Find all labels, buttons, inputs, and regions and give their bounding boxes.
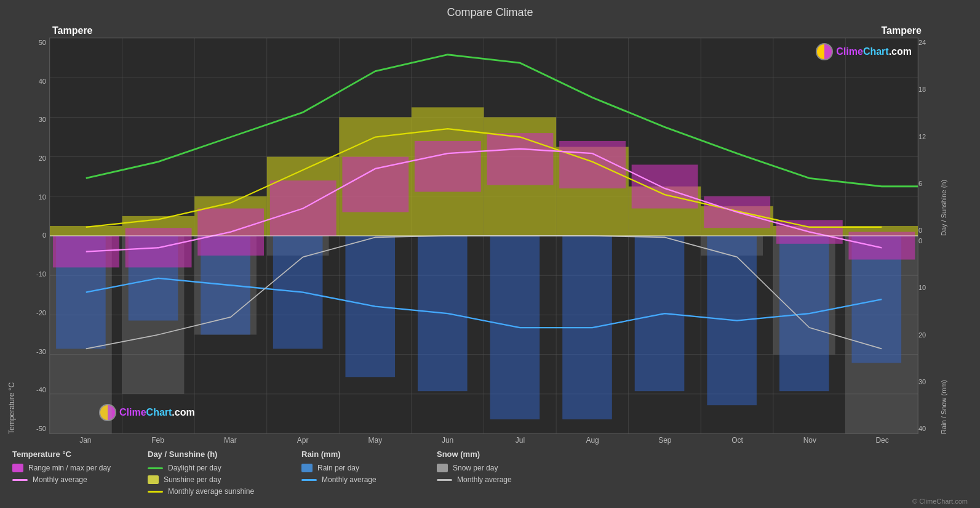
rain-bar	[345, 236, 395, 377]
y-tick-left: 0	[42, 232, 46, 239]
rain-bar	[635, 236, 685, 391]
chart-inner: ClimeChart.com ClimeChart.com	[49, 38, 918, 434]
y-tick-left: -50	[36, 425, 46, 432]
legend-sunshine-title: Day / Sunshine (h)	[148, 450, 289, 459]
y-tick-right-bot: 10	[918, 284, 926, 291]
brand-text-top: ClimeChart.com	[836, 46, 912, 57]
brand-logo-top: ClimeChart.com	[816, 43, 912, 60]
legend-swatch-rain-avg	[301, 479, 317, 481]
legend-rain-rect: Rain per day	[301, 464, 424, 472]
legend-sunshine: Day / Sunshine (h) Daylight per day Suns…	[148, 450, 289, 496]
legend-temperature: Temperature °C Range min / max per day M…	[12, 450, 135, 484]
main-container: Compare Climate Tampere Tampere Temperat…	[0, 0, 980, 508]
y-tick-left: -20	[36, 310, 46, 316]
y-tick-right-top: 0	[918, 227, 922, 234]
y-tick-left: 50	[39, 39, 46, 46]
legend-daylight: Daylight per day	[148, 464, 289, 472]
x-tick-may: May	[339, 436, 412, 445]
x-tick-aug: Aug	[556, 436, 629, 445]
legend-swatch-sunshine-avg	[148, 491, 163, 493]
y-tick-right-top: 6	[918, 180, 922, 187]
x-tick-jun: Jun	[412, 436, 484, 445]
chart-title: Compare Climate	[0, 0, 980, 22]
legend-swatch-snow-avg	[437, 479, 452, 481]
legend-snow: Snow (mm) Snow per day Monthly average	[437, 450, 560, 484]
y-tick-left: -40	[36, 387, 46, 393]
legend-swatch-sunshine	[148, 475, 159, 484]
right-axis-label-top: Day / Sunshine (h)	[940, 38, 949, 236]
right-axis-label-bottom: Rain / Snow (mm)	[940, 236, 949, 434]
y-tick-right-bot: 0	[918, 238, 922, 244]
legend-snow-title: Snow (mm)	[437, 450, 560, 459]
y-tick-right-bot: 20	[918, 332, 926, 339]
x-tick-oct: Oct	[701, 436, 774, 445]
legend-swatch-rain	[301, 464, 313, 472]
location-left: Tampere	[49, 22, 96, 39]
y-tick-left: 40	[39, 78, 46, 85]
legend-swatch-snow	[437, 464, 448, 472]
legend-swatch-temp-range	[12, 464, 23, 472]
legend-swatch-temp-avg	[12, 479, 28, 481]
copyright: © ClimeChart.com	[0, 498, 968, 508]
y-tick-right-bot: 40	[918, 425, 926, 432]
temp-range-bar	[415, 141, 481, 192]
x-tick-dec: Dec	[846, 436, 918, 445]
x-tick-apr: Apr	[266, 436, 339, 445]
y-tick-left: -30	[36, 349, 46, 355]
x-tick-feb: Feb	[122, 436, 194, 445]
legend-rain-title: Rain (mm)	[301, 450, 424, 459]
chart-svg	[50, 38, 918, 433]
legend-swatch-daylight	[148, 467, 163, 469]
legend-sunshine-rect: Sunshine per day	[148, 475, 289, 484]
x-tick-jan: Jan	[49, 436, 122, 445]
legend-temp-range: Range min / max per day	[12, 464, 135, 472]
grid-lines	[50, 38, 918, 433]
temp-range-bar	[632, 164, 698, 208]
temp-range-bar	[342, 157, 408, 212]
brand-circle-icon-top	[816, 43, 833, 60]
y-tick-left: 20	[39, 155, 46, 162]
legend-rain-avg: Monthly average	[301, 475, 424, 484]
y-tick-right-top: 24	[918, 39, 926, 46]
x-tick-sep: Sep	[629, 436, 701, 445]
location-right: Tampere	[878, 22, 925, 39]
legend-rain: Rain (mm) Rain per day Monthly average	[301, 450, 424, 484]
x-tick-nov: Nov	[774, 436, 847, 445]
y-tick-left: -10	[36, 271, 46, 278]
y-tick-right-bot: 30	[918, 379, 926, 385]
y-tick-right-top: 12	[918, 134, 926, 140]
legend-snow-avg: Monthly average	[437, 475, 560, 484]
legend-temp-avg: Monthly average	[12, 475, 135, 484]
y-tick-right-top: 18	[918, 86, 926, 93]
temp-range-bar	[487, 133, 554, 185]
x-tick-mar: Mar	[194, 436, 267, 445]
legend-sunshine-avg: Monthly average sunshine	[148, 487, 289, 496]
legend-snow-rect: Snow per day	[437, 464, 560, 472]
x-tick-jul: Jul	[484, 436, 557, 445]
y-axis-left-label: Temperature °C	[6, 38, 17, 434]
y-tick-left: 30	[39, 116, 46, 123]
y-tick-left: 10	[39, 194, 46, 201]
legend-temp-title: Temperature °C	[12, 450, 135, 459]
